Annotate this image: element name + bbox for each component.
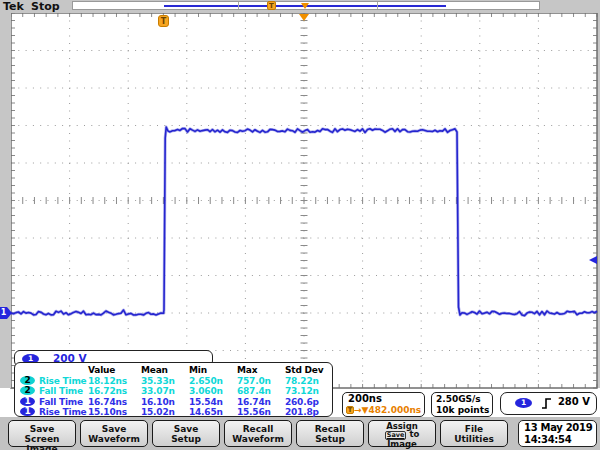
meas-value: 18.12ns — [88, 376, 127, 386]
expansion-point-icon[interactable] — [299, 14, 309, 21]
meas-max: 687.4n — [237, 386, 271, 396]
horizontal-delay: T→▼482.000ns — [346, 405, 421, 415]
bottom-menu-bar: SaveScreen Image SaveWaveform SaveSetup … — [0, 417, 600, 450]
recall-setup-button[interactable]: RecallSetup — [296, 420, 364, 447]
meas-label: Rise Time — [39, 376, 87, 386]
col-min: Min — [189, 365, 207, 375]
channel1-ground-tip — [7, 307, 12, 319]
record-trigger-marker[interactable]: T — [267, 1, 276, 10]
datetime-display: 13 May 2019 14:34:54 — [518, 420, 597, 447]
meas-max: 16.74n — [237, 397, 271, 407]
col-value: Value — [88, 365, 115, 375]
measurement-header-row: Value Mean Min Max Std Dev — [15, 365, 332, 376]
date-text: 13 May 2019 — [524, 422, 596, 434]
btn-line: Setup — [153, 434, 219, 444]
channel1-badge: 1 — [20, 407, 35, 416]
meas-mean: 33.07n — [141, 386, 175, 396]
btn-line: Save — [9, 424, 75, 434]
meas-min: 3.060n — [189, 386, 223, 396]
time-text: 14:34:54 — [524, 434, 596, 446]
measurement-row: 2 Rise Time 18.12ns 35.33n 2.650n 757.0n… — [15, 376, 332, 387]
assign-save-to-image-button[interactable]: Assign Save to Image — [368, 420, 436, 447]
trigger-level: 280 V — [558, 396, 590, 407]
meas-label: Fall Time — [39, 397, 83, 407]
meas-label: Rise Time — [39, 407, 87, 417]
save-setup-button[interactable]: SaveSetup — [152, 420, 220, 447]
file-utilities-button[interactable]: FileUtilities — [440, 420, 508, 447]
trigger-t-icon: T — [346, 406, 354, 414]
record-view-bar[interactable]: T — [72, 1, 540, 10]
col-max: Max — [237, 365, 257, 375]
meas-label: Fall Time — [39, 386, 83, 396]
meas-max: 757.0n — [237, 376, 271, 386]
btn-line: Waveform — [81, 434, 147, 444]
meas-stddev: 78.22n — [285, 376, 319, 386]
meas-min: 2.650n — [189, 376, 223, 386]
rising-edge-icon — [540, 396, 553, 411]
btn-line: Utilities — [441, 434, 507, 444]
save-screen-image-button[interactable]: SaveScreen Image — [8, 420, 76, 447]
btn-line: Waveform — [225, 434, 291, 444]
channel1-ground-label: 1 — [0, 307, 7, 319]
record-length: 10k points — [436, 405, 489, 415]
meas-value: 15.10ns — [88, 407, 127, 417]
btn-line: Setup — [297, 434, 363, 444]
meas-value: 16.74ns — [88, 397, 127, 407]
horizontal-readout[interactable]: 200ns T→▼482.000ns — [342, 392, 425, 417]
meas-mean: 16.10n — [141, 397, 175, 407]
top-status-bar: Tek Stop T — [0, 0, 600, 13]
btn-line: Recall — [225, 424, 291, 434]
btn-line: Screen Image — [9, 434, 75, 450]
acquisition-status: Stop — [31, 0, 60, 13]
tek-logo: Tek — [3, 0, 24, 13]
channel1-ground-marker[interactable]: 1 — [0, 307, 12, 319]
meas-max: 15.56n — [237, 407, 271, 417]
sample-rate: 2.50GS/s — [436, 394, 481, 404]
channel2-badge: 2 — [20, 386, 35, 395]
record-tick — [377, 2, 378, 9]
btn-line: Recall — [297, 424, 363, 434]
btn-line: Save — [81, 424, 147, 434]
meas-min: 15.54n — [189, 397, 223, 407]
btn-line: Image — [369, 440, 435, 448]
delay-value: 482.000ns — [368, 405, 421, 415]
record-tick — [238, 2, 239, 9]
channel1-badge: 1 — [20, 397, 35, 406]
acquisition-readout[interactable]: 2.50GS/s 10k points — [431, 392, 493, 417]
measurement-row: 1 Fall Time 16.74ns 16.10n 15.54n 16.74n… — [15, 397, 332, 408]
record-expansion-marker[interactable] — [301, 3, 309, 9]
meas-stddev: 73.12n — [285, 386, 319, 396]
meas-min: 14.65n — [189, 407, 223, 417]
meas-stddev: 201.8p — [285, 407, 319, 417]
trigger-position-icon[interactable]: T — [158, 15, 169, 27]
recall-waveform-button[interactable]: RecallWaveform — [224, 420, 292, 447]
btn-line-suffix: to — [409, 429, 419, 439]
save-waveform-button[interactable]: SaveWaveform — [80, 420, 148, 447]
trigger-readout[interactable]: 1 280 V — [500, 392, 597, 415]
btn-line: Assign — [369, 422, 435, 430]
trigger-level-arrow-icon[interactable] — [589, 256, 597, 264]
meas-value: 16.72ns — [88, 386, 127, 396]
meas-mean: 35.33n — [141, 376, 175, 386]
col-stddev: Std Dev — [285, 365, 323, 375]
measurement-table: Value Mean Min Max Std Dev 2 Rise Time 1… — [14, 362, 333, 417]
btn-line: File — [441, 424, 507, 434]
meas-stddev: 260.6p — [285, 397, 319, 407]
graticule-left-margin — [0, 13, 11, 388]
delay-arrow-icon: →▼ — [354, 405, 368, 415]
col-mean: Mean — [141, 365, 168, 375]
measurement-row: 2 Fall Time 16.72ns 33.07n 3.060n 687.4n… — [15, 386, 332, 397]
meas-mean: 15.02n — [141, 407, 175, 417]
btn-line: Save — [153, 424, 219, 434]
timebase-scale: 200ns — [348, 393, 382, 404]
trigger-source-badge: 1 — [515, 398, 532, 408]
oscilloscope-screen: Tek Stop T T 1 1 200 V Value Mean Min Ma… — [0, 0, 600, 450]
channel2-badge: 2 — [20, 376, 35, 385]
